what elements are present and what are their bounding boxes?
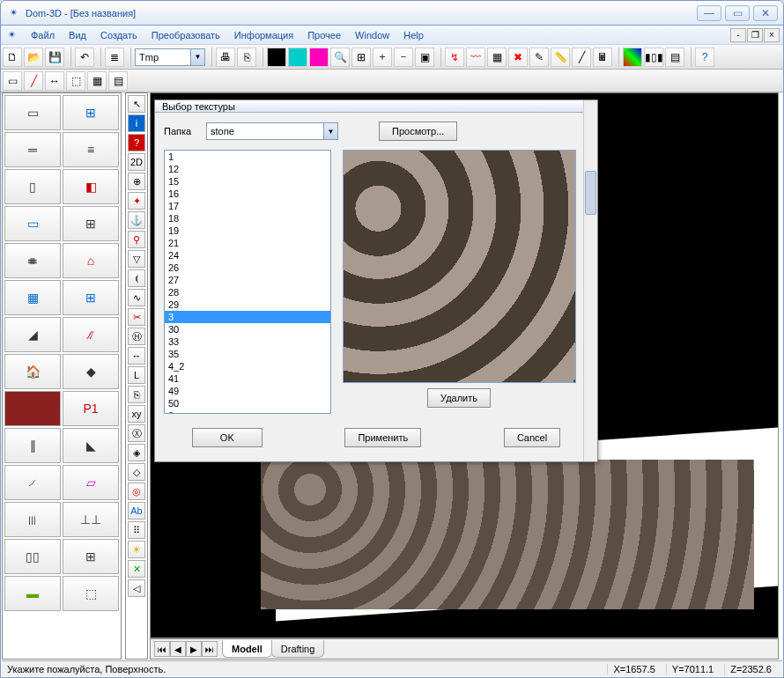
lp-ramp[interactable]: ◣	[63, 428, 119, 463]
barcode-button[interactable]: ▮▯▮	[644, 48, 663, 67]
lp-arch[interactable]: ⌂	[63, 243, 119, 278]
copy-button[interactable]: ⎘	[237, 48, 256, 67]
lp-window3[interactable]: ▦	[4, 280, 61, 315]
side-l[interactable]: L	[128, 366, 145, 384]
side-cube2[interactable]: ◇	[128, 463, 145, 481]
print-button[interactable]: 🖶	[216, 48, 235, 67]
lp-window5[interactable]: ⊞	[63, 539, 119, 574]
texture-list-item[interactable]: 28	[165, 286, 330, 298]
palette-button[interactable]	[623, 48, 642, 67]
maximize-button[interactable]: ▭	[725, 5, 750, 21]
texture-list-item[interactable]: 35	[165, 348, 330, 360]
mdi-close[interactable]: ×	[764, 28, 780, 42]
list-button[interactable]: ≣	[105, 48, 124, 67]
lp-point[interactable]: P1	[63, 391, 119, 426]
lp-angle[interactable]: ⟋	[4, 465, 61, 500]
tab-next[interactable]: ▶	[186, 641, 202, 657]
lp-window1[interactable]: ▭	[4, 206, 61, 241]
help-button[interactable]: ?	[695, 48, 714, 67]
lp-rail[interactable]: ⫽	[63, 317, 119, 352]
side-xy[interactable]: xy	[128, 405, 145, 423]
zoom-button[interactable]: 🔍	[330, 48, 350, 67]
measure-button[interactable]: 📏	[551, 48, 570, 67]
lp-roof2[interactable]: ◆	[63, 354, 119, 389]
side-step[interactable]: ⟬	[128, 269, 145, 287]
texture-list-item[interactable]: 1	[165, 151, 330, 163]
texture-list-item[interactable]: 21	[165, 237, 330, 249]
lp-column[interactable]: ‖	[4, 428, 61, 463]
menu-window[interactable]: Window	[348, 27, 396, 43]
menu-create[interactable]: Создать	[93, 27, 144, 43]
texture-list-item[interactable]: 26	[165, 262, 330, 274]
hatch-button[interactable]: ▤	[665, 48, 684, 67]
lp-door2[interactable]: ◧	[63, 169, 119, 204]
side-anchor2[interactable]: ⚲	[128, 231, 145, 248]
lp-door1[interactable]: ▯	[4, 169, 61, 204]
lp-plane[interactable]: ▱	[63, 465, 119, 500]
color-cyan-button[interactable]	[288, 48, 307, 67]
texture-list-item[interactable]: 24	[165, 249, 330, 262]
texture-list-item[interactable]: 41	[165, 372, 330, 385]
folder-combo[interactable]: stone ▼	[206, 122, 338, 140]
curve-button[interactable]: 〰	[466, 48, 485, 67]
side-arrow2[interactable]: ◁	[128, 579, 145, 597]
menu-other[interactable]: Прочее	[300, 27, 348, 43]
calc-button[interactable]: 🖩	[593, 48, 612, 67]
texture-list-item[interactable]: 16	[165, 188, 330, 200]
lp-wall[interactable]: ▭	[4, 95, 61, 130]
texture-list-item[interactable]: 18	[165, 212, 330, 225]
side-target2[interactable]: ◎	[128, 483, 145, 500]
color-pink-button[interactable]	[309, 48, 329, 67]
side-arrow[interactable]: ↖	[128, 95, 145, 113]
side-wave[interactable]: ∿	[128, 289, 145, 306]
tool-5[interactable]: ▦	[87, 71, 107, 91]
texture-list-item[interactable]: 19	[165, 225, 330, 237]
side-info[interactable]: i	[128, 114, 145, 132]
tool-1[interactable]: ▭	[3, 71, 22, 91]
side-sun[interactable]: ☀	[128, 541, 145, 558]
texture-list-item[interactable]: 49	[165, 385, 330, 397]
side-2d[interactable]: 2D	[128, 153, 145, 171]
texture-list-item[interactable]: 17	[165, 200, 330, 212]
texture-list-item[interactable]: 27	[165, 274, 330, 286]
lp-fence2[interactable]: ⊥⊥	[63, 502, 119, 537]
side-target[interactable]: ⊕	[128, 173, 145, 190]
menu-transform[interactable]: Преобразовать	[144, 27, 227, 43]
texture-list-item[interactable]: 29	[165, 298, 330, 311]
grid-button[interactable]: ▦	[487, 48, 507, 67]
texture-list-item[interactable]: 12	[165, 163, 330, 175]
lp-beam[interactable]: ═	[4, 132, 61, 167]
delete-x-button[interactable]: ✖	[508, 48, 528, 67]
axis-button[interactable]: ↯	[445, 48, 464, 67]
zoom-out-button[interactable]: －	[394, 48, 413, 67]
delete-button[interactable]: Удалить	[427, 388, 491, 408]
side-dots[interactable]: ⠿	[128, 521, 145, 539]
tool-6[interactable]: ▤	[108, 71, 128, 91]
lp-house[interactable]: 🏠	[4, 354, 61, 389]
tab-prev[interactable]: ◀	[170, 641, 186, 657]
texture-list-item[interactable]: 30	[165, 323, 330, 335]
texture-list-item[interactable]: 33	[165, 335, 330, 348]
lp-stair3d[interactable]: ⩩	[4, 243, 61, 278]
menu-file[interactable]: Файл	[24, 27, 62, 43]
line-button[interactable]: ╱	[572, 48, 591, 67]
side-copy[interactable]: ⎘	[128, 386, 145, 403]
side-anchor[interactable]: ⚓	[128, 211, 145, 229]
side-cut[interactable]: ✂	[128, 308, 145, 326]
lp-plan[interactable]: ⊞	[63, 95, 119, 130]
lp-tile[interactable]	[4, 391, 61, 426]
mdi-restore[interactable]: ❐	[747, 28, 763, 42]
lp-box[interactable]: ⬚	[63, 576, 119, 611]
tool-2[interactable]: ╱	[24, 71, 43, 91]
lp-cabinet[interactable]: ▯▯	[4, 539, 61, 574]
ok-button[interactable]: OK	[192, 428, 263, 447]
side-help[interactable]: ?	[128, 134, 145, 151]
side-x[interactable]: ✕	[128, 560, 145, 578]
lp-slab[interactable]: ▬	[4, 576, 61, 611]
minimize-button[interactable]: —	[697, 5, 721, 21]
tab-drafting[interactable]: Drafting	[271, 640, 325, 658]
side-tri[interactable]: ▽	[128, 250, 145, 268]
tab-first[interactable]: ⏮	[154, 641, 170, 657]
tool-4[interactable]: ⬚	[66, 71, 85, 91]
fit-button[interactable]: ⊞	[351, 48, 371, 67]
